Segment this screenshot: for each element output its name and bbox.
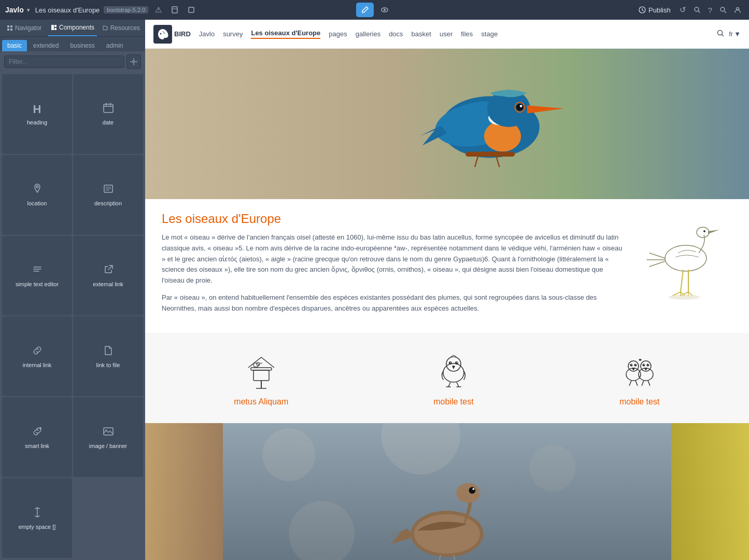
simple-text-editor-icon (32, 264, 43, 278)
heading-icon: H (33, 103, 41, 116)
nav-galleries[interactable]: galleries (356, 30, 380, 38)
svg-point-16 (36, 186, 38, 188)
smart-link-icon (32, 426, 43, 440)
warning-button[interactable]: ⚠ (152, 4, 164, 16)
card-mobile-test-1[interactable]: mobile test (433, 349, 474, 407)
nav-user[interactable]: user (440, 30, 453, 38)
nav-javlo[interactable]: Javlo (199, 30, 215, 38)
svg-point-64 (646, 363, 649, 366)
svg-point-52 (457, 362, 458, 363)
nav-pages[interactable]: pages (329, 30, 347, 38)
simple-text-editor-component[interactable]: simple text editor (2, 236, 72, 316)
card-metus-aliquam[interactable]: metus Aliquam (234, 349, 288, 407)
mode-switcher (356, 3, 393, 17)
heading-component[interactable]: H heading (2, 74, 72, 154)
internal-link-component[interactable]: internal link (2, 316, 72, 396)
extended-subtab[interactable]: extended (28, 40, 64, 51)
site-lang-switcher[interactable]: fr ▼ (729, 30, 741, 38)
card-icon-mobile1 (433, 349, 474, 391)
empty-space-label: empty space [] (19, 524, 56, 530)
date-component[interactable]: date (73, 74, 143, 154)
svg-point-37 (703, 230, 705, 232)
bottom-image-right (671, 423, 749, 560)
svg-point-66 (648, 364, 649, 365)
help-button[interactable]: ? (705, 5, 715, 16)
content-main: Les oiseaux d'Europe Le mot « oiseau » d… (162, 212, 627, 320)
nav-survey[interactable]: survey (223, 30, 243, 38)
nav-les-oiseaux[interactable]: Les oiseaux d'Europe (251, 29, 320, 39)
site-logo-icon (153, 25, 172, 44)
site-logo-text: BIRD (174, 30, 191, 38)
simple-text-editor-label: simple text editor (16, 281, 59, 287)
navigator-tab[interactable]: Navigator (0, 20, 48, 36)
location-icon (32, 183, 43, 197)
nav-basket[interactable]: basket (412, 30, 431, 38)
basic-subtab[interactable]: basic (2, 40, 27, 51)
edit-mode-button[interactable] (356, 3, 374, 17)
content-paragraph1: Le mot « oiseau » dérive de l'ancien fra… (162, 232, 627, 286)
nav-files[interactable]: files (461, 30, 473, 38)
filter-input[interactable] (4, 55, 124, 68)
site-lang-caret: ▼ (734, 30, 741, 38)
svg-line-68 (635, 381, 638, 386)
image-banner-component[interactable]: image / banner (73, 397, 143, 477)
svg-line-70 (648, 381, 650, 386)
card-icon-mobile2 (619, 349, 660, 391)
external-link-icon (103, 264, 114, 278)
svg-rect-8 (10, 25, 12, 27)
filter-settings-button[interactable] (126, 54, 141, 69)
business-subtab[interactable]: business (65, 40, 100, 51)
components-tab[interactable]: Components (48, 20, 96, 36)
topbar: Javlo ▼ Les oiseaux d'Europe bootstrap-5… (0, 0, 749, 20)
external-link-component[interactable]: external link (73, 236, 143, 316)
svg-point-72 (262, 428, 315, 481)
content-side-image (639, 212, 732, 320)
tools-button[interactable] (717, 5, 729, 15)
card-mobile-test-2[interactable]: mobile test (619, 349, 660, 407)
components-tab-label: Components (59, 24, 94, 31)
svg-point-14 (133, 61, 135, 63)
svg-rect-1 (189, 7, 194, 12)
svg-line-53 (448, 382, 450, 387)
square-button[interactable] (185, 5, 197, 15)
bookmark-button[interactable] (168, 5, 181, 15)
link-to-file-label: link to file (96, 362, 120, 368)
description-label: description (94, 200, 122, 206)
svg-rect-42 (253, 370, 269, 381)
svg-point-3 (384, 9, 386, 11)
image-banner-label: image / banner (89, 443, 127, 449)
empty-space-component[interactable]: empty space [] (2, 478, 72, 558)
search-button[interactable] (691, 5, 703, 15)
date-label: date (103, 119, 114, 125)
page-breadcrumb: Les oiseaux d'Europe (35, 6, 100, 14)
bootstrap-badge: bootstrap-5.2.0 (104, 6, 148, 13)
admin-subtab[interactable]: admin (101, 40, 129, 51)
smart-link-component[interactable]: smart link (2, 397, 72, 477)
preview-mode-button[interactable] (376, 3, 393, 17)
filter-row (0, 51, 145, 72)
location-label: location (27, 200, 47, 206)
svg-point-30 (520, 105, 522, 107)
svg-line-67 (629, 381, 631, 386)
svg-point-59 (631, 364, 632, 365)
description-component[interactable]: description (73, 155, 143, 235)
svg-point-65 (644, 364, 645, 365)
card-label-metus: metus Aliquam (234, 397, 288, 407)
refresh-button[interactable]: ↺ (677, 4, 689, 16)
bottom-bird-image (223, 423, 671, 560)
nav-stage[interactable]: stage (481, 30, 498, 38)
svg-rect-11 (51, 25, 54, 30)
svg-point-43 (253, 363, 259, 367)
resources-tab[interactable]: Resources (97, 20, 145, 36)
site-search-button[interactable] (716, 29, 725, 39)
user-button[interactable] (731, 5, 744, 15)
location-component[interactable]: location (2, 155, 72, 235)
svg-point-20 (105, 429, 107, 431)
bottom-images (145, 423, 749, 560)
nav-docs[interactable]: docs (389, 30, 403, 38)
publish-button[interactable]: Publish (634, 4, 675, 16)
hero-image (145, 49, 749, 199)
site-logo: BIRD (153, 25, 191, 44)
internal-link-label: internal link (23, 362, 52, 368)
link-to-file-component[interactable]: link to file (73, 316, 143, 396)
